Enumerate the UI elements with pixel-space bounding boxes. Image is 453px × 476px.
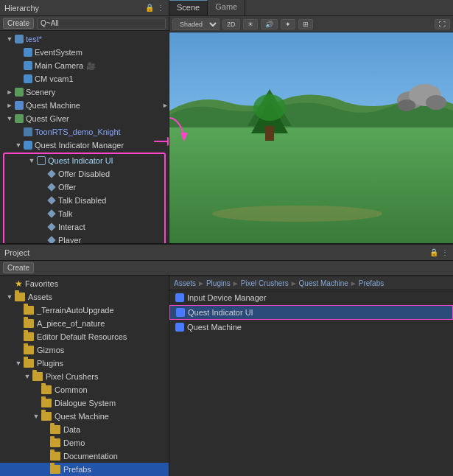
- item-label: EventSystem: [35, 48, 82, 57]
- hierarchy-item-talk[interactable]: Talk: [4, 207, 164, 220]
- hierarchy-item-cm-vcam1[interactable]: CM vcam1: [0, 72, 169, 85]
- gizmos-button[interactable]: ⊞: [298, 19, 313, 29]
- hierarchy-item-quest-indicator-manager[interactable]: Quest Indicator Manager: [0, 139, 169, 152]
- hierarchy-item-main-camera[interactable]: Main Camera 🎥: [0, 59, 169, 72]
- file-quest-indicator-ui[interactable]: Quest Indicator UI: [169, 305, 453, 320]
- arrow-icon: [40, 237, 47, 243]
- breadcrumb-pixel-crushers[interactable]: Pixel Crushers: [241, 279, 289, 287]
- hierarchy-item-interact[interactable]: Player: [4, 234, 164, 243]
- lock-icon: 🔒: [429, 248, 438, 256]
- shading-select[interactable]: Shaded: [172, 18, 220, 30]
- asset-documentation[interactable]: Documentation: [0, 449, 169, 463]
- asset-dialogue-system[interactable]: Dialogue System: [0, 396, 169, 410]
- arrow-icon: [28, 157, 35, 164]
- scene-viewport[interactable]: [169, 32, 453, 243]
- assets-tree: ★ Favorites Assets _TerrainAutoUpgrade A…: [0, 276, 169, 476]
- file-label: Input Device Manager: [187, 293, 267, 302]
- hierarchy-create-button[interactable]: Create: [3, 18, 34, 29]
- item-label: Editor Default Resources: [37, 332, 127, 341]
- arrow-icon: [6, 35, 13, 43]
- breadcrumb-quest-machine[interactable]: Quest Machine: [299, 279, 348, 287]
- asset-gizmos[interactable]: Gizmos: [0, 343, 169, 357]
- project-header: Project 🔒 ⋮: [0, 245, 453, 261]
- item-label: Quest Indicator UI: [48, 156, 113, 165]
- arrow-icon: [32, 413, 40, 420]
- project-title: Project: [4, 248, 29, 257]
- hierarchy-header-icons: 🔒 ⋮: [145, 4, 164, 12]
- item-label: Scenery: [26, 88, 55, 97]
- arrow-icon: [15, 49, 22, 56]
- item-label: Player: [58, 236, 81, 243]
- asset-common[interactable]: Common: [0, 383, 169, 396]
- favorites-label: Favorites: [25, 279, 58, 288]
- project-create-button[interactable]: Create: [3, 262, 34, 273]
- tab-scene[interactable]: Scene: [169, 0, 208, 15]
- prefab-icon: [24, 127, 32, 136]
- hierarchy-item-quest-indicator-ui[interactable]: Quest Indicator UI: [4, 154, 164, 167]
- item-label: A_piece_of_nature: [37, 319, 105, 328]
- arrow-icon: [15, 75, 22, 83]
- item-label: Plugins: [37, 359, 63, 368]
- gameobj-icon: [24, 74, 32, 83]
- hierarchy-item-toonrts-knight[interactable]: ToonRTS_demo_Knight: [0, 125, 169, 139]
- breadcrumb-sep: ►: [197, 279, 205, 287]
- asset-prefabs[interactable]: Prefabs: [0, 463, 169, 476]
- project-panel: Project 🔒 ⋮ Create ★ Favorites Assets: [0, 243, 453, 476]
- quest-machine-icon: [15, 101, 24, 110]
- arrow-icon: [6, 88, 13, 96]
- light-button[interactable]: ☀: [243, 19, 258, 29]
- hierarchy-search-input[interactable]: [37, 18, 166, 29]
- asset-plugins[interactable]: Plugins: [0, 357, 169, 370]
- folder-icon: [24, 332, 34, 341]
- asset-data[interactable]: Data: [0, 423, 169, 436]
- ui-icon: [37, 156, 46, 165]
- file-input-device-manager[interactable]: Input Device Manager: [169, 290, 453, 305]
- hierarchy-item-interact-disabled[interactable]: Interact: [4, 220, 164, 234]
- breadcrumb-assets[interactable]: Assets: [174, 279, 196, 287]
- audio-button[interactable]: 🔊: [261, 19, 278, 29]
- assets-root[interactable]: Assets: [0, 290, 169, 304]
- item-label: Dialogue System: [55, 399, 116, 407]
- item-label: Offer: [58, 183, 76, 192]
- item-label: Interact: [58, 223, 85, 231]
- asset-quest-machine[interactable]: Quest Machine: [0, 410, 169, 423]
- diamond-icon: [47, 196, 55, 204]
- hierarchy-item-talk-disabled[interactable]: Talk Disabled: [4, 194, 164, 207]
- asset-nature[interactable]: A_piece_of_nature: [0, 317, 169, 330]
- arrow-icon: [15, 360, 22, 367]
- arrow-icon: [41, 426, 49, 433]
- folder-icon: [50, 452, 60, 461]
- hierarchy-item-quest-machine[interactable]: Quest Machine ►: [0, 99, 169, 112]
- item-label: Data: [63, 425, 80, 434]
- favorites-section[interactable]: ★ Favorites: [0, 277, 169, 290]
- lock-icon: 🔒: [145, 4, 154, 12]
- effects-button[interactable]: ✦: [281, 19, 295, 29]
- folder-icon: [50, 438, 60, 447]
- asset-terrain[interactable]: _TerrainAutoUpgrade: [0, 304, 169, 317]
- scene-toolbar: Shaded 2D ☀ 🔊 ✦ ⊞ ⛶: [169, 16, 453, 32]
- svg-rect-3: [265, 126, 274, 141]
- asset-pixel-crushers[interactable]: Pixel Crushers: [0, 370, 169, 383]
- breadcrumb-prefabs[interactable]: Prefabs: [359, 279, 384, 287]
- scene-label: test*: [26, 35, 42, 43]
- hierarchy-item-scenery[interactable]: Scenery: [0, 85, 169, 99]
- breadcrumb-plugins[interactable]: Plugins: [206, 279, 231, 287]
- asset-editor-resources[interactable]: Editor Default Resources: [0, 330, 169, 343]
- hierarchy-item-offer-disabled[interactable]: Offer Disabled: [4, 167, 164, 181]
- hierarchy-scene-root[interactable]: test*: [0, 32, 169, 46]
- diamond-icon: [47, 183, 55, 191]
- item-label: Documentation: [63, 452, 118, 461]
- camera-icon: [24, 61, 32, 70]
- asset-demo[interactable]: Demo: [0, 436, 169, 449]
- file-quest-machine[interactable]: Quest Machine: [169, 320, 453, 335]
- item-label: Quest Indicator Manager: [35, 141, 124, 150]
- breadcrumb-sep: ►: [350, 279, 357, 287]
- hierarchy-item-offer[interactable]: Offer: [4, 181, 164, 194]
- hierarchy-item-quest-giver[interactable]: Quest Giver: [0, 112, 169, 125]
- tab-game[interactable]: Game: [208, 0, 245, 15]
- more-icon: ⋮: [441, 248, 449, 256]
- breadcrumb-bar: Assets ► Plugins ► Pixel Crushers ► Ques…: [169, 277, 453, 290]
- hierarchy-item-eventsystem[interactable]: EventSystem: [0, 46, 169, 59]
- maximize-button[interactable]: ⛶: [435, 19, 450, 29]
- 2d-button[interactable]: 2D: [222, 19, 240, 29]
